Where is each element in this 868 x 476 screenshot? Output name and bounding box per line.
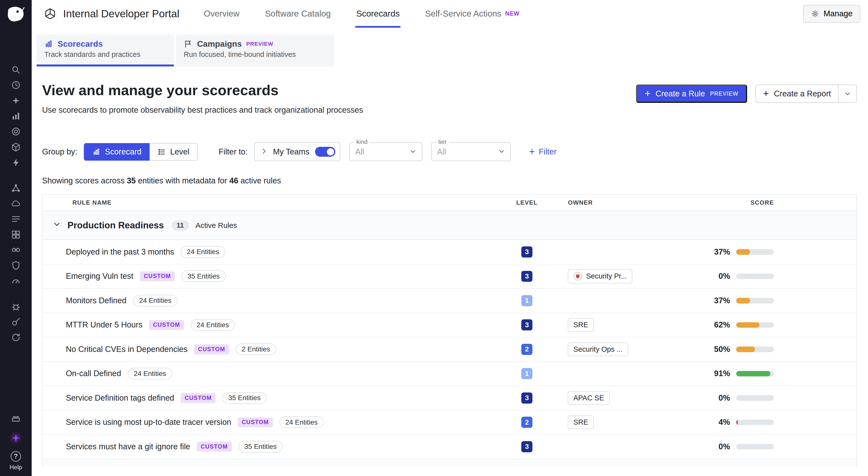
score-bar-fill: [736, 420, 738, 425]
chevron-down-icon[interactable]: [53, 220, 61, 231]
score-bar: [736, 371, 774, 376]
create-report-split-button: + Create a Report: [755, 85, 857, 103]
score-bar: [736, 322, 774, 328]
score-percent: 91%: [714, 369, 730, 378]
owner-pill[interactable]: SRE: [568, 415, 593, 429]
target-icon[interactable]: [8, 126, 24, 137]
bits-ai-icon[interactable]: [8, 432, 24, 443]
entities-pill[interactable]: 24 Entities: [181, 246, 225, 258]
sparkles-icon[interactable]: [8, 95, 24, 106]
table-row[interactable]: On-call Defined 24 Entities 1 91%: [42, 362, 857, 386]
owner-pill[interactable]: APAC SE: [568, 391, 609, 405]
subtab-scorecards[interactable]: Scorecards Track standards and practices: [37, 34, 174, 66]
rule-name: MTTR Under 5 Hours: [66, 320, 143, 329]
custom-badge: CUSTOM: [181, 393, 216, 403]
link-icon[interactable]: [8, 245, 24, 256]
entities-pill[interactable]: 24 Entities: [279, 416, 324, 428]
table-row[interactable]: Emerging Vuln test CUSTOM 35 Entities 3 …: [42, 264, 857, 289]
entities-pill[interactable]: 24 Entities: [128, 368, 172, 379]
entities-pill[interactable]: 24 Entities: [133, 295, 177, 307]
owner-pill[interactable]: Security Ops ...: [568, 343, 628, 356]
question-icon: ?: [11, 451, 21, 462]
header-score: SCORE: [646, 199, 774, 206]
kind-select-label: kind: [354, 138, 370, 145]
entities-pill[interactable]: 35 Entities: [182, 271, 226, 282]
cloud-icon[interactable]: [8, 198, 24, 209]
group-header-production-readiness[interactable]: Production Readiness 11 Active Rules: [42, 211, 857, 240]
refresh-dots-icon[interactable]: [8, 332, 24, 343]
score-bar: [736, 249, 774, 255]
table-row[interactable]: Monitors Defined 24 Entities 1 37%: [42, 289, 857, 313]
bug-icon[interactable]: [8, 301, 24, 312]
score-percent: 0%: [718, 393, 730, 403]
score-percent: 37%: [714, 247, 730, 257]
group-by-scorecard-button[interactable]: Scorecard: [84, 143, 150, 161]
help-button[interactable]: ? Help: [9, 451, 22, 471]
search-icon[interactable]: [8, 64, 24, 75]
cube-icon[interactable]: [8, 141, 24, 153]
brick-icon[interactable]: [8, 413, 24, 424]
manage-button[interactable]: Manage: [803, 5, 860, 23]
page-subtitle: Use scorecards to promote observability …: [42, 105, 363, 115]
kind-select[interactable]: kind All: [349, 142, 422, 161]
nav-tab-overview[interactable]: Overview: [204, 0, 240, 28]
my-teams-toggle[interactable]: [315, 147, 336, 157]
page-content: View and manage your scorecards Use scor…: [32, 66, 868, 476]
table-row[interactable]: Deployed in the past 3 months 24 Entitie…: [42, 240, 857, 264]
app-title: Internal Developer Portal: [63, 8, 179, 20]
top-nav: Internal Developer Portal Overview Softw…: [32, 0, 868, 28]
owner-pill[interactable]: Security Pr...: [568, 269, 632, 283]
scorecard-icon: [44, 39, 53, 49]
page-head: View and manage your scorecards Use scor…: [42, 82, 857, 115]
score-bar-fill: [736, 347, 755, 352]
wrench-icon[interactable]: [8, 316, 24, 327]
new-badge: NEW: [505, 10, 520, 17]
controls-row: Group by: Scorecard Level Filter to: My …: [42, 142, 857, 161]
create-report-dropdown-button[interactable]: [838, 85, 857, 102]
group-by-level-button[interactable]: Level: [150, 143, 197, 161]
entities-pill[interactable]: 24 Entities: [191, 319, 235, 331]
score-percent: 50%: [714, 345, 730, 354]
bar-chart-icon[interactable]: [8, 111, 24, 122]
cluster-icon[interactable]: [8, 183, 24, 194]
entities-pill[interactable]: 35 Entities: [238, 441, 283, 452]
active-rules-count-badge: 11: [172, 220, 189, 230]
subtab-campaigns[interactable]: Campaigns PREVIEW Run focused, time-boun…: [176, 34, 334, 66]
gear-icon: [811, 10, 819, 18]
nav-tab-self-service-actions[interactable]: Self-Service ActionsNEW: [425, 0, 520, 28]
my-teams-filter[interactable]: My Teams: [254, 142, 340, 161]
add-filter-button[interactable]: + Filter: [529, 147, 557, 157]
tier-select[interactable]: tier All: [431, 142, 511, 161]
shield-icon[interactable]: [8, 260, 24, 271]
create-report-button[interactable]: + Create a Report: [756, 85, 838, 102]
table-row[interactable]: Services must have a git ignore file CUS…: [42, 435, 857, 459]
score-bar: [736, 444, 774, 449]
table-row[interactable]: Service Definition tags defined CUSTOM 3…: [42, 386, 857, 410]
entities-pill[interactable]: 2 Entities: [236, 344, 276, 355]
owner-pill[interactable]: SRE: [568, 318, 593, 332]
score-bar: [736, 298, 774, 303]
portal-brand[interactable]: Internal Developer Portal: [44, 7, 180, 20]
rule-name: On-call Defined: [66, 369, 121, 378]
score-bar: [736, 395, 774, 401]
entities-pill[interactable]: 35 Entities: [222, 392, 267, 404]
tier-select-label: tier: [436, 138, 449, 145]
nav-tab-scorecards[interactable]: Scorecards: [356, 0, 400, 28]
table-row[interactable]: Service is using most up-to-date tracer …: [42, 411, 857, 435]
subtab-bar: Scorecards Track standards and practices…: [32, 28, 868, 66]
score-bar: [736, 274, 774, 279]
bolt-icon[interactable]: [8, 157, 24, 168]
datadog-logo-icon[interactable]: [5, 4, 26, 26]
grid-icon[interactable]: [8, 229, 24, 240]
table-row[interactable]: No Critical CVEs in Dependencies CUSTOM …: [42, 337, 857, 361]
page-title: View and manage your scorecards: [42, 82, 363, 98]
active-rules-label: Active Rules: [196, 221, 237, 230]
list-icon[interactable]: [8, 214, 24, 225]
header-owner: OWNER: [552, 199, 647, 206]
table-row[interactable]: MTTR Under 5 Hours CUSTOM 24 Entities 3 …: [42, 313, 857, 337]
history-icon[interactable]: [8, 80, 24, 91]
nav-tab-software-catalog[interactable]: Software Catalog: [265, 0, 331, 28]
rule-name: Service Definition tags defined: [66, 393, 174, 403]
create-rule-button[interactable]: + Create a Rule PREVIEW: [636, 85, 747, 103]
gauge-icon[interactable]: [8, 276, 24, 287]
